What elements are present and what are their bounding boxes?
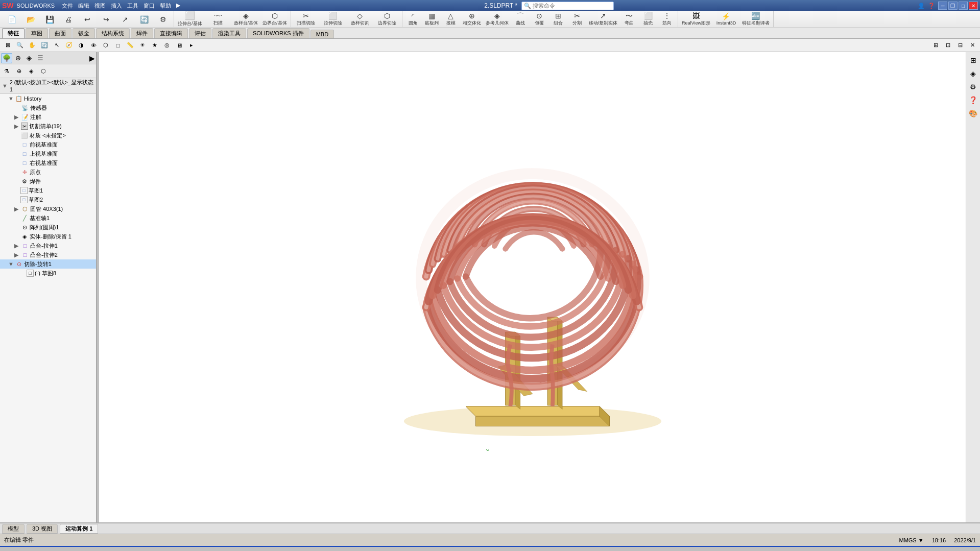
- tree-item-sketch8[interactable]: □ (-) 草图8: [0, 269, 96, 278]
- combine-button[interactable]: ⊞组合: [549, 12, 567, 27]
- secondary-more-1[interactable]: ⊞: [930, 40, 941, 51]
- sweep-cut-button[interactable]: ✂扫描切除: [293, 12, 319, 27]
- search-dropdown-icon[interactable]: ▼: [606, 3, 611, 9]
- wrap-button[interactable]: ⊙包覆: [530, 12, 548, 27]
- tree-item-sketch2[interactable]: □ 草图2: [0, 195, 96, 204]
- flex-button[interactable]: 〜弯曲: [620, 12, 638, 27]
- tab-motion[interactable]: 运动算例 1: [60, 524, 98, 534]
- tree-item-tube[interactable]: ▶ ⬡ 圆管 40X3(1): [0, 204, 96, 213]
- tree-item-extrude2[interactable]: ▶ □ 凸台-拉伸2: [0, 250, 96, 259]
- expand-root[interactable]: ▼: [2, 83, 8, 89]
- feature-manager-tab[interactable]: 🌳: [1, 53, 12, 63]
- restore-button[interactable]: ❐: [948, 2, 958, 10]
- tree-item-front-plane[interactable]: □ 前视基准面: [0, 140, 96, 149]
- right-icon-3[interactable]: ⚙: [967, 81, 979, 93]
- select-tool[interactable]: ↖: [51, 40, 62, 51]
- tab-direct-edit[interactable]: 直接编辑: [154, 28, 188, 38]
- tree-item-weldment[interactable]: ⚙ 焊件: [0, 177, 96, 186]
- move-body-button[interactable]: ↗移动/复制实体: [587, 12, 620, 27]
- user-icon[interactable]: 👤: [918, 3, 925, 9]
- tree-item-cutlist[interactable]: ▶ ✂ 切割清单(19): [0, 122, 96, 131]
- fillet-button[interactable]: ◜圆角: [404, 12, 422, 27]
- right-icon-1[interactable]: ⊞: [967, 54, 979, 66]
- boundary-cut-button[interactable]: ⬡边界切除: [374, 12, 400, 27]
- zoom-to-fit[interactable]: ⊠: [2, 40, 13, 51]
- intersect-button[interactable]: ⊕相交体化: [461, 12, 483, 27]
- tree-item-right-plane[interactable]: □ 右视基准面: [0, 158, 96, 167]
- tab-surface[interactable]: 曲面: [49, 28, 71, 38]
- measure[interactable]: 📏: [125, 40, 136, 51]
- tab-evaluate[interactable]: 评估: [189, 28, 211, 38]
- help-icon[interactable]: ❓: [928, 3, 935, 9]
- view-orient[interactable]: 🧭: [63, 40, 75, 51]
- right-icon-5[interactable]: 🎨: [967, 107, 979, 119]
- secondary-more-4[interactable]: ✕: [967, 40, 978, 51]
- search-input[interactable]: [533, 3, 604, 9]
- 3d-viewport[interactable]: X Y Z: [99, 52, 966, 522]
- panel-expand[interactable]: ▶: [89, 54, 95, 62]
- ref-geometry-button[interactable]: ◈参考几何体: [484, 12, 511, 27]
- tree-item-annotations[interactable]: ▶ 📝 注解: [0, 112, 96, 122]
- split-button[interactable]: ✂分割: [568, 12, 586, 27]
- tab-weldment[interactable]: 焊件: [131, 28, 153, 38]
- tab-render[interactable]: 渲染工具: [212, 28, 246, 38]
- lighting[interactable]: ☀: [137, 40, 148, 51]
- curves-button[interactable]: ⌒曲线: [511, 12, 530, 27]
- display-mode[interactable]: ◑: [76, 40, 87, 51]
- realview-button[interactable]: 🖼RealView图形: [680, 12, 712, 27]
- zoom-in[interactable]: 🔍: [14, 40, 26, 51]
- filter-1[interactable]: ⊕: [13, 65, 25, 77]
- feature-translate-button[interactable]: 🔤特征名翻译者: [740, 12, 772, 27]
- instant3d-button[interactable]: ⚡Instant3D: [713, 12, 739, 27]
- tab-model[interactable]: 模型: [2, 524, 25, 534]
- tab-sheetmetal[interactable]: 钣金: [73, 28, 95, 38]
- filter-3[interactable]: ⬡: [38, 65, 49, 77]
- tree-item-sketch1[interactable]: □ 草图1: [0, 186, 96, 195]
- tree-item-history[interactable]: ▼ 📋 History: [0, 94, 96, 103]
- close-button[interactable]: ✕: [969, 2, 978, 10]
- tree-item-deletebody[interactable]: ◈ 实体-删除/保留 1: [0, 232, 96, 241]
- rotate[interactable]: 🔄: [39, 40, 50, 51]
- tree-item-material[interactable]: ⬜ 材质 <未指定>: [0, 131, 96, 140]
- new-button[interactable]: 📄: [3, 12, 21, 27]
- shell-button[interactable]: ⬜抽壳: [639, 12, 657, 27]
- view-type[interactable]: □: [112, 40, 124, 51]
- rib-direction-button[interactable]: ⋮筋向: [658, 12, 676, 27]
- tree-item-pattern[interactable]: ⊙ 阵列(圆周)1: [0, 223, 96, 232]
- dimxpert-tab[interactable]: ☰: [35, 53, 46, 63]
- tree-item-cut-revolve[interactable]: ▼ ⊙ 切除-旋转1: [0, 259, 96, 269]
- rebuild-button[interactable]: 🔄: [135, 12, 153, 27]
- filter-icon[interactable]: ⚗: [1, 65, 12, 77]
- minimize-button[interactable]: ─: [938, 2, 947, 10]
- config-manager-tab[interactable]: ◈: [23, 53, 35, 63]
- tab-mbd[interactable]: MBD: [310, 30, 334, 38]
- extrude-cut-button[interactable]: ⬜拉伸切除: [320, 12, 346, 27]
- tree-item-extrude1[interactable]: ▶ □ 凸台-拉伸1: [0, 241, 96, 250]
- draft-button[interactable]: △拔模: [442, 12, 460, 27]
- property-manager-tab[interactable]: ⊕: [12, 53, 23, 63]
- open-button[interactable]: 📂: [21, 12, 40, 27]
- undo-button[interactable]: ↩: [78, 12, 97, 27]
- rib-button[interactable]: ▦筋板列: [423, 12, 441, 27]
- tab-features[interactable]: 特征: [2, 28, 25, 38]
- scenes[interactable]: ◎: [161, 40, 173, 51]
- extrude-boss-button[interactable]: ⬜拉伸台/基体: [176, 12, 204, 27]
- right-icon-2[interactable]: ◈: [967, 67, 979, 80]
- tab-solidworks-addins[interactable]: SOLIDWORKS 插件: [247, 28, 309, 38]
- print-button[interactable]: 🖨: [59, 12, 78, 27]
- options-button[interactable]: ⚙: [154, 12, 172, 27]
- tree-item-sensors[interactable]: 📡 传感器: [0, 103, 96, 112]
- tree-item-top-plane[interactable]: □ 上视基准面: [0, 149, 96, 158]
- section-view[interactable]: ⬡: [100, 40, 111, 51]
- secondary-more-3[interactable]: ⊟: [954, 40, 966, 51]
- more-secondary[interactable]: ▸: [186, 40, 197, 51]
- pan[interactable]: ✋: [27, 40, 38, 51]
- tab-structure[interactable]: 结构系统: [96, 28, 130, 38]
- select-button[interactable]: ↗: [116, 12, 134, 27]
- loft-cut-button[interactable]: ◇放样切割: [347, 12, 373, 27]
- tree-item-origin[interactable]: ✛ 原点: [0, 167, 96, 177]
- sweep-button[interactable]: 〰扫描: [205, 12, 231, 27]
- appearance[interactable]: ★: [149, 40, 160, 51]
- status-units[interactable]: MMGS ▼: [899, 537, 923, 543]
- tab-3dview[interactable]: 3D 视图: [27, 524, 58, 534]
